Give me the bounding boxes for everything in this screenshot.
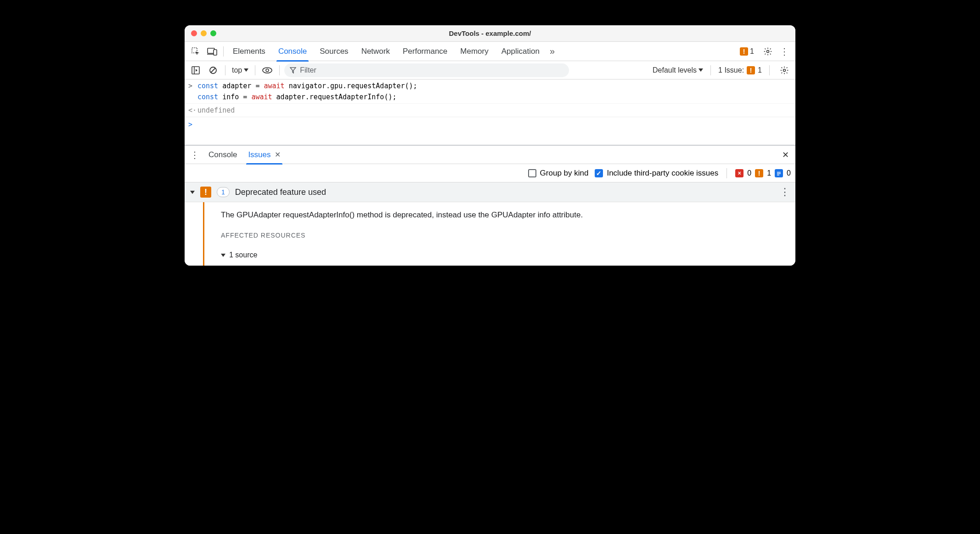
clear-console-icon[interactable] [206, 63, 220, 78]
svg-rect-3 [214, 50, 217, 55]
maximize-window-button[interactable] [210, 30, 216, 36]
tab-memory[interactable]: Memory [455, 42, 494, 61]
issue-title: Deprecated feature used [235, 187, 326, 197]
kebab-menu-icon[interactable]: ⋮ [777, 44, 792, 59]
console-input-line[interactable]: > const adapter = await navigator.gpu.re… [185, 80, 795, 103]
include-third-party-checkbox[interactable]: ✓ Include third-party cookie issues [595, 169, 718, 178]
svg-rect-12 [777, 172, 781, 173]
console-toolbar: top Filter Default levels 1 Issue: [185, 61, 795, 80]
issues-label: 1 Issue: [718, 66, 744, 74]
devtools-window: DevTools - example.com/ Elements Console… [185, 25, 795, 266]
console-input-code: const adapter = await navigator.gpu.requ… [197, 80, 417, 102]
svg-rect-13 [777, 173, 781, 174]
info-icon [775, 169, 783, 177]
inspect-element-icon[interactable] [188, 44, 203, 59]
prompt-chevron-icon: > [188, 119, 197, 143]
issue-description: The GPUAdapter requestAdapterInfo() meth… [221, 210, 583, 220]
console-output-value: undefined [197, 105, 235, 116]
affected-resources-label: Affected Resources [221, 232, 583, 239]
error-icon: × [735, 169, 743, 177]
issues-count: 1 [758, 66, 762, 74]
tab-network[interactable]: Network [356, 42, 395, 61]
titlebar: DevTools - example.com/ [185, 25, 795, 42]
source-count-label: 1 source [229, 251, 257, 259]
close-tab-icon[interactable]: ✕ [275, 150, 281, 159]
filter-placeholder: Filter [300, 66, 316, 74]
device-toolbar-icon[interactable] [205, 44, 220, 59]
issues-toolbar: Group by kind ✓ Include third-party cook… [185, 164, 795, 182]
drawer: ⋮ Console Issues ✕ ✕ Group by kind ✓ Inc… [185, 145, 795, 266]
separator [710, 65, 711, 75]
main-tabs-row: Elements Console Sources Network Perform… [185, 42, 795, 61]
tab-performance[interactable]: Performance [397, 42, 453, 61]
drawer-tab-issues-label: Issues [248, 150, 270, 159]
info-count: 0 [787, 169, 791, 177]
settings-icon[interactable] [760, 44, 775, 59]
warning-icon: ! [200, 187, 211, 198]
svg-point-10 [266, 69, 269, 72]
tab-elements[interactable]: Elements [227, 42, 271, 61]
issue-header[interactable]: ! 1 Deprecated feature used ⋮ [185, 182, 795, 202]
drawer-kebab-icon[interactable]: ⋮ [187, 148, 202, 162]
tab-console[interactable]: Console [273, 42, 312, 61]
issue-menu-icon[interactable]: ⋮ [780, 186, 790, 198]
output-chevron-icon: <· [188, 105, 197, 116]
group-by-kind-checkbox[interactable]: Group by kind [528, 169, 589, 178]
toggle-sidebar-icon[interactable] [188, 63, 203, 78]
separator [727, 168, 727, 178]
filter-icon [290, 67, 296, 74]
drawer-tabs: ⋮ Console Issues ✕ ✕ [185, 146, 795, 164]
toolbar-warning-count[interactable]: ! 1 [740, 47, 754, 56]
separator [223, 46, 224, 57]
tab-application[interactable]: Application [496, 42, 545, 61]
svg-line-8 [211, 68, 215, 73]
separator [225, 65, 225, 75]
input-chevron-icon: > [188, 80, 197, 102]
more-tabs-icon[interactable]: » [547, 46, 556, 57]
close-window-button[interactable] [191, 30, 197, 36]
disclosure-down-icon [190, 191, 195, 194]
warning-icon: ! [740, 47, 748, 56]
include-third-party-label: Include third-party cookie issues [607, 169, 718, 178]
warning-icon: ! [755, 169, 763, 177]
context-selector[interactable]: top [230, 65, 250, 75]
context-value: top [232, 66, 242, 74]
error-count: 0 [747, 169, 751, 177]
drawer-tab-console[interactable]: Console [204, 146, 242, 164]
separator [279, 65, 280, 75]
checkbox-checked-icon: ✓ [595, 169, 603, 177]
tab-sources[interactable]: Sources [314, 42, 354, 61]
issue-body: The GPUAdapter requestAdapterInfo() meth… [185, 202, 795, 266]
console-prompt[interactable]: > [185, 117, 795, 145]
group-by-kind-label: Group by kind [540, 169, 589, 178]
issue-counts: × 0 ! 1 0 [735, 169, 791, 177]
filter-input[interactable]: Filter [284, 63, 569, 77]
console-output-line: <· undefined [185, 104, 795, 117]
svg-point-11 [783, 69, 786, 71]
console-settings-icon[interactable] [777, 63, 792, 78]
warning-count: 1 [767, 169, 771, 177]
warning-icon: ! [747, 66, 755, 74]
traffic-lights [185, 30, 216, 36]
minimize-window-button[interactable] [201, 30, 207, 36]
separator [769, 65, 770, 75]
drawer-tab-issues[interactable]: Issues ✕ [243, 146, 285, 164]
disclosure-down-icon [221, 254, 225, 257]
separator [255, 65, 255, 75]
issue-count-pill: 1 [217, 187, 230, 197]
levels-label: Default levels [653, 66, 697, 74]
source-row[interactable]: 1 source [221, 251, 583, 259]
warning-count-value: 1 [750, 47, 754, 56]
live-expression-icon[interactable] [260, 63, 275, 78]
issues-link[interactable]: 1 Issue: ! 1 [718, 66, 762, 74]
chevron-down-icon [244, 68, 248, 72]
svg-point-9 [263, 68, 272, 73]
close-drawer-icon[interactable]: ✕ [778, 148, 793, 162]
checkbox-icon [528, 169, 536, 177]
window-title: DevTools - example.com/ [185, 29, 795, 37]
log-levels-selector[interactable]: Default levels [653, 66, 703, 74]
console-body: > const adapter = await navigator.gpu.re… [185, 80, 795, 145]
svg-rect-14 [777, 175, 779, 176]
chevron-down-icon [698, 68, 703, 72]
svg-point-4 [767, 50, 769, 52]
